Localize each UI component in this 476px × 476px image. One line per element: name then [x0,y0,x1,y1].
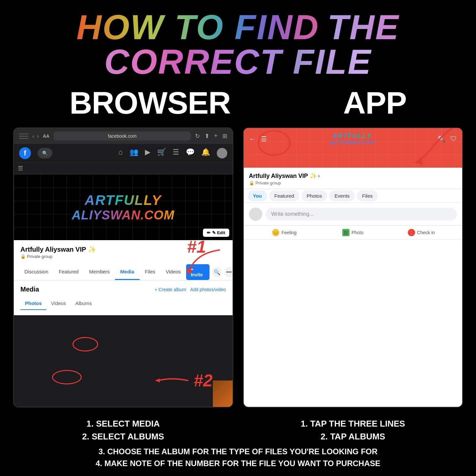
app-tab-files[interactable]: Files [357,190,378,201]
title-row: HOW TO FIND THE CORRECT FILE [76,35,399,75]
thumbnail-corner [213,380,233,407]
app-back-icon[interactable]: ← [249,135,256,143]
facebook-logo[interactable]: f [19,147,31,159]
messenger-icon[interactable]: 💬 [186,148,195,158]
browser-url-bar[interactable]: facebook.com [53,131,191,141]
tab-files[interactable]: Files [140,264,161,280]
sub-tab-albums[interactable]: Albums [70,297,96,310]
app-group-header: Artfully Aliyswan VIP ✨ › 🔒 Private grou… [244,168,462,189]
grid-icon[interactable]: ⊞ [222,132,227,140]
browser-actions: ↻ ⬆ + ⊞ [195,132,227,140]
browser-aa-label: AA [43,133,49,139]
feeling-label: Feeling [281,230,296,235]
subtitle-app: APP [343,85,406,121]
checkin-label: Check in [417,230,435,235]
subtitle-browser: BROWSER [70,85,231,121]
app-post-actions: 😊 Feeling 🖼 Photo 📍 Check in [244,226,462,240]
notifications-icon[interactable]: 🔔 [201,148,210,158]
app-write-input[interactable]: Write something... [266,208,457,220]
app-group-chevron[interactable]: › [318,173,320,179]
marketplace-icon[interactable]: 🛒 [157,148,166,158]
app-arrow-svg [403,128,456,164]
media-header: Media + Create album Add photos/video [20,286,226,293]
facebook-nav-icons: ⌂ 👥 ▶ 🛒 ☰ 💬 🔔 [59,148,227,158]
sub-tab-photos[interactable]: Photos [20,297,46,310]
instruction-block-left: 1. SELECT MEDIA 2. SELECT ALBUMS [13,417,233,443]
sidebar-toggle[interactable]: ☰ [14,163,233,174]
app-group-name: Artfully Aliyswan VIP ✨ › [249,172,457,180]
sub-tab-videos[interactable]: Videos [46,297,71,310]
instruction-combined-text: 3. CHOOSE THE ALBUM FOR THE TYPE OF FILE… [13,446,463,469]
media-actions: + Create album Add photos/video [154,287,226,292]
instruction-text-left: 1. SELECT MEDIA 2. SELECT ALBUMS [13,417,233,443]
photo-icon: 🖼 [342,229,350,236]
facebook-search-box[interactable]: 🔍 [38,148,52,158]
video-icon[interactable]: ▶ [145,148,151,158]
app-group-private: 🔒 Private group [249,181,457,185]
instruction-combined: 3. CHOOSE THE ALBUM FOR THE TYPE OF FILE… [13,446,463,469]
circle-media-tab [72,337,98,351]
instruction-text-right: 1. TAP THE THREE LINES 2. TAP ALBUMS [243,417,463,443]
lock-icon: 🔒 [20,254,26,259]
invite-button[interactable]: + Invite [186,264,210,280]
browser-bar: ‹ › AA facebook.com ↻ ⬆ + ⊞ [14,128,233,144]
media-section: Media + Create album Add photos/video Ph… [14,280,233,315]
checkin-icon: 📍 [408,229,415,236]
edit-icon: ✏ [207,230,210,235]
hero-brand-line2: ALIYSWAN.COM [72,208,175,222]
app-avatar [249,208,262,221]
group-name: Artfully Aliyswan VIP ✨ [20,245,226,253]
app-photo-action[interactable]: 🖼 Photo [319,229,387,236]
hero-brand-text: ARTFULLY ALIYSWAN.COM [72,192,175,222]
back-icon[interactable]: ‹ [32,133,34,140]
share-icon[interactable]: ⬆ [205,132,210,140]
app-header: ← ☰ ARTFULLY ALIYSWAN.COM 🔍 🛡 [244,128,462,168]
avatar-icon[interactable] [217,148,227,158]
main-container: HOW TO FIND THE CORRECT FILE BROWSER APP… [0,0,476,476]
facebook-nav-bar: f 🔍 ⌂ 👥 ▶ 🛒 ☰ 💬 🔔 [14,144,233,163]
subtitle-row: BROWSER APP [13,85,463,121]
search-tab-icon[interactable]: 🔍 [212,267,222,277]
browser-nav: ‹ › [32,133,39,140]
app-tab-featured[interactable]: Featured [269,190,299,201]
circle-albums-tab [52,370,82,384]
app-tabs: You Featured Photos Events Files [244,189,462,203]
create-album-link[interactable]: + Create album [154,287,186,292]
browser-dots [19,133,28,139]
home-icon[interactable]: ⌂ [118,148,123,158]
tab-media[interactable]: Media [115,264,140,280]
group-type: 🔒 Private group [20,254,226,259]
tab-featured[interactable]: Featured [54,264,84,280]
browser-dot-3 [19,138,28,139]
screenshots-row: ‹ › AA facebook.com ↻ ⬆ + ⊞ f 🔍 [13,127,463,407]
reload-icon[interactable]: ↻ [195,132,200,140]
browser-screenshot: ‹ › AA facebook.com ↻ ⬆ + ⊞ f 🔍 [13,127,233,407]
app-feeling-action[interactable]: 😊 Feeling [250,229,319,236]
browser-dot-2 [19,136,28,137]
app-lock-icon: 🔒 [249,181,254,185]
media-title: Media [20,286,39,293]
app-tab-events[interactable]: Events [329,190,355,201]
hero-area: ARTFULLY ALIYSWAN.COM ✏ ✎ Edit [14,174,233,240]
tab-members[interactable]: Members [84,264,115,280]
app-tab-you[interactable]: You [248,190,267,201]
app-post-box: Write something... [244,203,462,226]
app-checkin-action[interactable]: 📍 Check in [387,229,456,236]
title-section: HOW TO FIND THE CORRECT FILE [13,10,463,79]
app-screenshot: ← ☰ ARTFULLY ALIYSWAN.COM 🔍 🛡 [243,127,463,407]
more-tab-icon[interactable]: ••• [224,267,233,277]
tab-videos[interactable]: Videos [160,264,186,280]
title-how-to-find: HOW TO FIND [76,8,319,46]
add-photos-link[interactable]: Add photos/video [190,287,226,292]
group-tabs: Discussion Featured Members Media Files … [14,264,233,280]
app-tab-photos[interactable]: Photos [301,190,327,201]
edit-button[interactable]: ✏ ✎ Edit [203,229,229,237]
tab-discussion[interactable]: Discussion [19,264,54,280]
photo-label: Photo [351,230,364,235]
forward-icon[interactable]: › [37,133,39,140]
svg-marker-1 [155,378,160,382]
add-tab-icon[interactable]: + [214,132,218,140]
friends-icon[interactable]: 👥 [129,148,138,158]
media-sub-tabs: Photos Videos Albums [20,297,226,310]
menu-icon[interactable]: ☰ [173,148,179,158]
